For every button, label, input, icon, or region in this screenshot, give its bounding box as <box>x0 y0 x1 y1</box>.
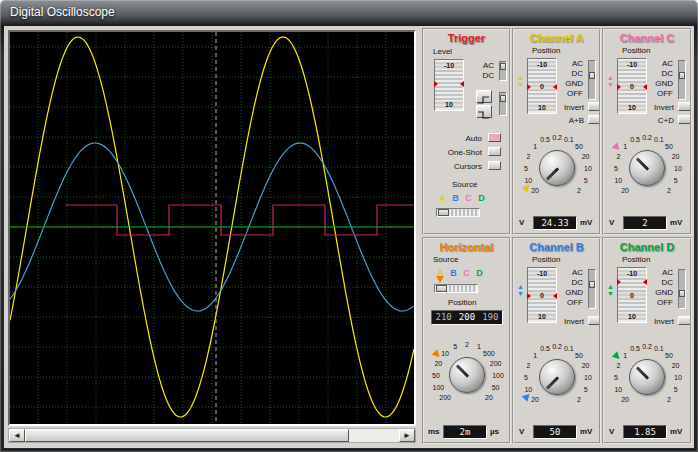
invert-button[interactable] <box>588 102 601 111</box>
edge-select-switch[interactable] <box>499 92 507 116</box>
horizontal-position-display[interactable]: 210 200 190 <box>431 310 503 325</box>
coupling-switch[interactable] <box>588 60 596 100</box>
panel-title: Channel B <box>514 241 599 253</box>
knob-scale-label: 0.1 <box>564 345 574 352</box>
knob-scale-label: 2 <box>667 395 671 402</box>
position-value-current: 200 <box>459 311 475 324</box>
up-arrow-icon: ▲ <box>517 74 524 81</box>
rising-edge-button[interactable] <box>476 90 492 103</box>
scroll-right-button[interactable]: ► <box>399 429 415 442</box>
channel-c-knob-marker <box>612 142 623 153</box>
knob-scale-label: 0.2 <box>642 343 652 350</box>
rising-edge-icon <box>477 95 490 105</box>
invert-button[interactable] <box>678 316 691 325</box>
knob-scale-label: 20 <box>531 395 539 402</box>
scale-top: -10 <box>528 61 556 68</box>
knob-scale-label: 0.5 <box>630 345 640 352</box>
switch-thumb[interactable] <box>679 72 685 79</box>
knob-scale-label: 10 <box>614 385 622 392</box>
channel-b-scale-knob[interactable] <box>539 359 575 395</box>
off-label: OFF <box>647 298 673 308</box>
horizontal-source-slider[interactable] <box>434 284 478 293</box>
trigger-coupling-switch[interactable] <box>499 61 507 81</box>
channel-b-display: 50 <box>533 425 577 439</box>
channel-d-position-arrows[interactable]: ▲▼ <box>607 283 614 297</box>
source-d-label: D <box>473 268 486 278</box>
trigger-source-slider[interactable] <box>436 208 480 217</box>
channel-b-position-arrows[interactable]: ▲▼ <box>517 283 524 297</box>
gnd-label: GND <box>557 79 583 89</box>
channel-a-scale-knob[interactable] <box>539 150 575 186</box>
invert-label: Invert <box>632 103 674 112</box>
knob-scale-label: 0.2 <box>552 134 562 141</box>
channel-c-position-arrows[interactable]: ▲▼ <box>607 74 614 88</box>
source-b-label: B <box>447 268 460 278</box>
channel-d-scale-knob[interactable] <box>629 359 665 395</box>
position-marker-left <box>617 279 621 285</box>
knob-scale-label: 20 <box>582 153 590 160</box>
scope-display <box>8 30 416 426</box>
knob-scale-label: 10 <box>441 350 449 357</box>
switch-thumb[interactable] <box>589 72 595 79</box>
knob-scale-label: 20 <box>434 360 442 367</box>
falling-edge-icon <box>477 110 490 120</box>
knob-scale-label: 2 <box>526 362 530 369</box>
unit-right: µs <box>490 427 499 436</box>
switch-thumb[interactable] <box>679 290 685 297</box>
up-arrow-icon: ▲ <box>607 283 614 290</box>
knob-scale-label: 5 <box>584 176 588 183</box>
sum-button[interactable] <box>678 115 691 124</box>
channel-a-position-arrows[interactable]: ▲▼ <box>517 74 524 88</box>
position-marker-left <box>527 84 531 90</box>
source-c-label: C <box>462 193 475 203</box>
panel-title: Trigger <box>424 32 509 44</box>
knob-scale-label: 2 <box>616 153 620 160</box>
sum-button[interactable] <box>588 115 601 124</box>
scrollbar-thumb[interactable] <box>25 429 349 442</box>
dc-label: DC <box>557 278 583 288</box>
cursors-button[interactable] <box>488 161 501 170</box>
timebase-knob[interactable] <box>449 357 485 393</box>
scope-hscrollbar[interactable]: ◄ ► <box>8 428 416 443</box>
falling-edge-button[interactable] <box>476 105 492 118</box>
one-shot-button[interactable] <box>488 147 501 156</box>
trigger-level-slider[interactable]: -10 10 <box>434 59 464 111</box>
channel-d-position-slider[interactable]: -10 0 10 <box>617 267 647 323</box>
channel-d-knob-block: 20105210.50.20.150201052 <box>605 335 689 419</box>
horizontal-knob-block: 2001005020105215002001005020 <box>425 333 509 417</box>
knob-scale-label: 20 <box>672 362 680 369</box>
invert-button[interactable] <box>678 102 691 111</box>
unit-left: V <box>609 218 614 227</box>
slider-thumb[interactable] <box>436 285 447 292</box>
coupling-switch[interactable] <box>678 60 686 100</box>
channel-d-display: 1.85 <box>623 425 667 439</box>
channel-b-position-slider[interactable]: -10 0 10 <box>527 267 557 323</box>
knob-scale-label: 20 <box>672 153 680 160</box>
invert-button[interactable] <box>588 316 601 325</box>
channel-c-scale-knob[interactable] <box>629 150 665 186</box>
source-c-label: C <box>460 268 473 278</box>
coupling-switch[interactable] <box>588 269 596 309</box>
switch-thumb[interactable] <box>500 63 506 70</box>
unit-right: mV <box>580 427 592 436</box>
knob-scale-label: 10 <box>524 385 532 392</box>
knob-scale-label: 10 <box>674 165 682 172</box>
auto-button[interactable] <box>488 133 501 142</box>
knob-scale-label: 0.1 <box>564 136 574 143</box>
knob-pointer <box>546 167 559 180</box>
knob-scale-label: 0.1 <box>654 345 664 352</box>
coupling-switch[interactable] <box>678 269 686 309</box>
level-label: Level <box>433 47 452 56</box>
panel-title: Channel A <box>514 32 599 44</box>
ac-label: AC <box>472 61 494 71</box>
slider-thumb[interactable] <box>438 209 449 216</box>
knob-scale-label: 10 <box>614 176 622 183</box>
switch-thumb[interactable] <box>500 95 506 102</box>
knob-scale-label: 1 <box>533 143 537 150</box>
unit-left: V <box>519 427 524 436</box>
titlebar[interactable]: Digital Oscilloscope <box>0 0 698 26</box>
scroll-left-button[interactable]: ◄ <box>9 429 25 442</box>
knob-scale-label: 5 <box>584 385 588 392</box>
switch-thumb[interactable] <box>589 281 595 288</box>
knob-scale-label: 5 <box>453 343 457 350</box>
